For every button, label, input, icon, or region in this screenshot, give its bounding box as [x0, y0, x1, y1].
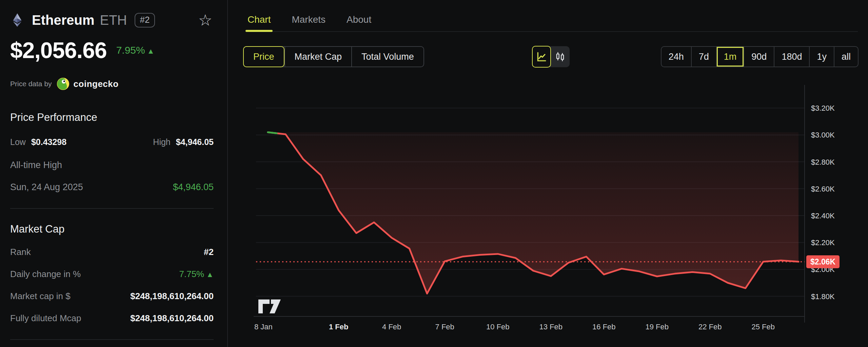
coingecko-logo-icon	[57, 77, 70, 90]
ath-label: All-time High	[10, 160, 62, 170]
row-label: Fully diluted Mcap	[10, 313, 81, 324]
candlestick-icon	[555, 51, 566, 62]
market-cap-row: Market cap in $ $248,198,610,264.00	[10, 291, 214, 302]
chart-type-toggle	[532, 46, 570, 67]
price-performance-heading: Price Performance	[10, 111, 214, 124]
data-attribution: Price data by coingecko	[10, 77, 214, 90]
high-label: High	[153, 137, 170, 147]
range-1m[interactable]: 1m	[716, 47, 744, 67]
high-value: $4,946.05	[176, 137, 214, 147]
price-change: 7.95%▲	[116, 44, 155, 56]
time-range-selector: 24h 7d 1m 90d 180d 1y all	[661, 46, 859, 67]
coingecko-brand[interactable]: coingecko	[74, 79, 119, 89]
ath-date: Sun, 24 Aug 2025	[10, 182, 83, 193]
row-value: $248,198,610,264.00	[130, 313, 214, 324]
range-1y[interactable]: 1y	[809, 47, 834, 67]
up-triangle-icon: ▲	[206, 270, 214, 279]
ath-value: $4,946.05	[173, 182, 214, 193]
tab-markets[interactable]: Markets	[292, 14, 326, 31]
tab-about[interactable]: About	[347, 14, 371, 31]
coin-name: Ethereum	[32, 13, 95, 28]
range-24h[interactable]: 24h	[662, 47, 691, 67]
ath-value-row: Sun, 24 Aug 2025 $4,946.05	[10, 182, 214, 193]
rank-badge: #2	[135, 13, 155, 28]
coin-symbol: ETH	[100, 13, 127, 28]
favorite-star-icon[interactable]: ☆	[198, 12, 212, 28]
row-value: #2	[204, 247, 214, 257]
up-triangle-icon: ▲	[147, 47, 155, 55]
range-180d[interactable]: 180d	[774, 47, 809, 67]
main-tabs: Chart Markets About	[248, 0, 858, 32]
row-value: $248,198,610,264.00	[130, 291, 214, 302]
row-label: Daily change in %	[10, 269, 81, 279]
price-row: $2,056.66 7.95%▲	[10, 37, 214, 63]
row-label: Market cap in $	[10, 291, 71, 302]
section-divider	[10, 339, 214, 340]
range-all[interactable]: all	[834, 47, 858, 67]
metric-toggle: Price Market Cap Total Volume	[243, 46, 424, 67]
coin-header: Ethereum ETH #2 ☆	[10, 12, 214, 28]
market-cap-row: Daily change in % 7.75%▲	[10, 269, 214, 279]
market-cap-row: Fully diluted Mcap $248,198,610,264.00	[10, 313, 214, 324]
metric-totalvolume-button[interactable]: Total Volume	[351, 47, 423, 67]
chart-panel: Chart Markets About Price Market Cap Tot…	[228, 0, 868, 347]
current-price: $2,056.66	[10, 37, 107, 63]
range-7d[interactable]: 7d	[691, 47, 716, 67]
market-cap-heading: Market Cap	[10, 223, 214, 235]
market-cap-row: Rank #2	[10, 247, 214, 257]
coin-summary-panel: Ethereum ETH #2 ☆ $2,056.66 7.95%▲ Price…	[0, 0, 227, 347]
ath-label-row: All-time High	[10, 160, 214, 170]
row-value: 7.75%▲	[179, 269, 214, 279]
tab-chart[interactable]: Chart	[248, 14, 271, 31]
crypto-dashboard: $3.20K$3.00K$2.80K$2.60K$2.40K$2.20K$2.0…	[0, 0, 868, 347]
ethereum-logo-icon	[10, 13, 24, 27]
row-label: Rank	[10, 247, 31, 257]
metric-marketcap-button[interactable]: Market Cap	[284, 47, 352, 67]
low-high-row: Low $0.43298 High $4,946.05	[10, 137, 214, 147]
low-value: $0.43298	[31, 137, 66, 147]
section-divider	[10, 208, 214, 209]
candlestick-chart-button[interactable]	[551, 46, 570, 67]
range-90d[interactable]: 90d	[744, 47, 774, 67]
metric-price-button[interactable]: Price	[243, 46, 284, 67]
line-chart-button[interactable]	[532, 46, 551, 68]
attribution-text: Price data by	[10, 80, 52, 88]
line-chart-icon	[536, 51, 547, 62]
low-label: Low	[10, 137, 26, 147]
